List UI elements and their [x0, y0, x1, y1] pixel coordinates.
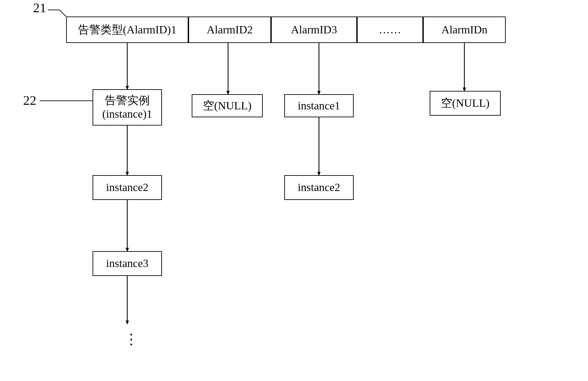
col1-instance3: instance3: [93, 251, 162, 276]
header-cell-alarmidn: AlarmIDn: [423, 17, 506, 43]
col3-instance2: instance2: [284, 175, 354, 200]
diagram-canvas: 21 22 告警类型(AlarmID)1 AlarmID2 AlarmID3 ……: [0, 0, 588, 381]
ref-label-21: 21: [33, 0, 46, 16]
header-cell-alarmid1: 告警类型(AlarmID)1: [66, 17, 188, 43]
header-cell-alarmid2: AlarmID2: [188, 17, 271, 43]
col1-more-dots: ⋮: [124, 330, 138, 348]
ref-label-22: 22: [23, 93, 36, 108]
col3-instance1: instance1: [284, 94, 354, 117]
col1-instance2: instance2: [93, 175, 162, 200]
col1-instance1: 告警实例 (instance)1: [93, 89, 162, 126]
header-cell-ellipsis: ……: [357, 17, 423, 43]
leader-21: [48, 10, 66, 17]
header-cell-alarmid3: AlarmID3: [271, 17, 357, 43]
col5-null: 空(NULL): [430, 91, 501, 116]
col2-null: 空(NULL): [192, 94, 263, 117]
